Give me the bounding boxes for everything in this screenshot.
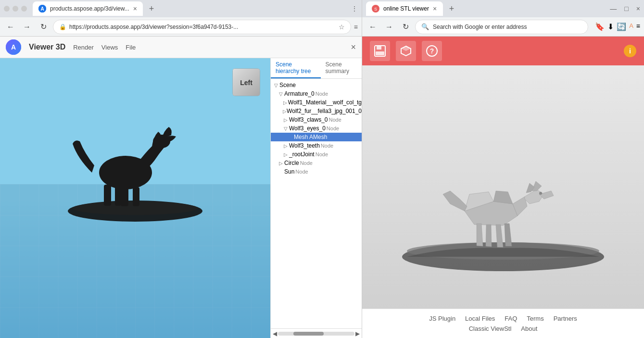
right-nav-btn-1[interactable]: 🔖 xyxy=(595,22,605,31)
right-address-bar[interactable]: 🔍 Search with Google or enter address xyxy=(415,20,588,34)
tree-label: Wolf3_claws_0 xyxy=(289,116,328,123)
stl-viewer-header: ? i xyxy=(362,37,644,65)
tree-type: Node xyxy=(300,160,313,166)
svg-text:A: A xyxy=(40,6,44,12)
right-new-tab-btn[interactable]: + xyxy=(445,2,458,15)
tree-item-circle[interactable]: ▷ Circle Node xyxy=(271,159,362,167)
save-btn[interactable] xyxy=(370,41,390,61)
address-bar[interactable]: 🔒 https://products.aspose.app/3d/viewer?… xyxy=(53,20,351,34)
nav-extra-buttons: ≡ xyxy=(354,23,358,31)
stl-3d-viewport[interactable] xyxy=(362,65,644,309)
footer-link-local-files[interactable]: Local Files xyxy=(465,315,495,322)
tree-label: Wolf2_fur__fella3_jpg_001_0 xyxy=(287,108,362,114)
tree-label: Wolf3_teeth xyxy=(289,142,320,149)
address-text: https://products.aspose.app/3d/viewer?se… xyxy=(69,24,336,30)
svg-marker-34 xyxy=(532,181,542,191)
scene-panel: Scene hierarchy tree Scene summary ▽ Sce… xyxy=(270,58,362,338)
footer-link-js-plugin[interactable]: JS Plugin xyxy=(429,315,455,322)
footer-link-classic-viewstl[interactable]: Classic ViewStl xyxy=(469,325,512,332)
stl-footer: JS Plugin Local Files FAQ Terms Partners… xyxy=(362,309,644,338)
tree-item-armature[interactable]: ▽ Armature_0 Node xyxy=(271,89,362,98)
app-title: Viewer 3D xyxy=(29,43,65,51)
tree-label: Sun xyxy=(284,168,294,175)
tree-item-sun[interactable]: Sun Node xyxy=(271,167,362,176)
tree-item-wolf2[interactable]: ▷ Wolf2_fur__fella3_jpg_001_0 xyxy=(271,107,362,115)
menu-render[interactable]: Render xyxy=(73,44,94,51)
orientation-cube[interactable]: Left xyxy=(232,68,261,97)
window-control-maximize[interactable] xyxy=(13,6,18,12)
refresh-btn[interactable]: ↻ xyxy=(37,20,50,34)
right-maximize-btn[interactable]: □ xyxy=(624,5,628,13)
right-browser-chrome: S online STL viewer × + — □ × ← → ↻ 🔍 Se… xyxy=(362,0,644,37)
tab-scene-summary[interactable]: Scene summary xyxy=(321,58,362,78)
forward-btn[interactable]: → xyxy=(20,20,34,34)
tree-item-wolf1[interactable]: ▷ Wolf1_Material__wolf_col_tg xyxy=(271,98,362,107)
back-btn[interactable]: ← xyxy=(4,20,17,34)
tree-label-selected: Mesh AMesh xyxy=(294,134,327,140)
right-minimize-btn[interactable]: — xyxy=(610,5,617,13)
info-btn[interactable]: i xyxy=(624,45,636,57)
window-control-close[interactable] xyxy=(21,6,27,12)
tree-item-wolf3-claws[interactable]: ▷ Wolf3_claws_0 Node xyxy=(271,115,362,124)
right-tab-favicon: S xyxy=(372,5,379,13)
scroll-left-btn[interactable]: ◀ xyxy=(273,330,277,337)
right-tab-title: online STL viewer xyxy=(383,5,429,12)
cube-btn[interactable] xyxy=(396,41,416,61)
footer-link-faq[interactable]: FAQ xyxy=(505,315,517,322)
svg-text:?: ? xyxy=(430,47,434,55)
footer-link-terms[interactable]: Terms xyxy=(527,315,543,322)
tab-scene-hierarchy[interactable]: Scene hierarchy tree xyxy=(271,58,321,78)
scroll-thumb[interactable] xyxy=(293,332,324,336)
tab-bar-menu[interactable]: ⋮ xyxy=(351,5,358,13)
footer-link-partners[interactable]: Partners xyxy=(554,315,577,322)
tree-type: Node xyxy=(328,117,341,123)
right-nav-btn-5[interactable]: ≡ xyxy=(636,22,640,31)
tree-item-wolf3-eyes[interactable]: ▽ Wolf3_eyes_0 Node xyxy=(271,124,362,133)
right-back-btn[interactable]: ← xyxy=(366,20,379,34)
svg-rect-10 xyxy=(133,187,139,206)
right-nav-btn-3[interactable]: 🔄 xyxy=(617,22,626,31)
right-browser-window: S online STL viewer × + — □ × ← → ↻ 🔍 Se… xyxy=(362,0,644,338)
right-nav-btn-2[interactable]: ⬇ xyxy=(607,22,614,31)
right-active-tab[interactable]: S online STL viewer × xyxy=(366,1,443,16)
right-nav-btn-4[interactable]: A xyxy=(629,22,633,31)
right-forward-btn[interactable]: → xyxy=(382,20,396,34)
right-refresh-btn[interactable]: ↻ xyxy=(399,20,412,34)
app-logo: A xyxy=(6,39,21,55)
scroll-track[interactable] xyxy=(278,332,354,336)
tree-item-rootjoint[interactable]: ▷ _rootJoint Node xyxy=(271,150,362,159)
footer-link-about[interactable]: About xyxy=(521,325,537,332)
app-toolbar: A Viewer 3D Render Views File × xyxy=(0,37,362,58)
svg-point-41 xyxy=(539,192,542,195)
right-tab-close-btn[interactable]: × xyxy=(433,5,437,13)
svg-marker-35 xyxy=(526,183,534,193)
menu-file[interactable]: File xyxy=(126,44,136,51)
active-tab[interactable]: A products.aspose.app/3d/view... × xyxy=(33,1,143,16)
tree-item-wolf3-teeth[interactable]: ▷ Wolf3_teeth Node xyxy=(271,141,362,150)
svg-text:S: S xyxy=(374,7,377,12)
help-btn[interactable]: ? xyxy=(422,41,442,61)
scene-horizontal-scrollbar[interactable]: ◀ ▶ xyxy=(271,328,362,338)
tree-item-scene[interactable]: ▽ Scene xyxy=(271,81,362,89)
tree-type: Node xyxy=(321,143,333,149)
tree-type: Node xyxy=(295,169,308,175)
svg-marker-40 xyxy=(486,225,492,247)
left-tab-bar: A products.aspose.app/3d/view... × + ⋮ xyxy=(0,0,362,17)
tree-label: Wolf1_Material__wolf_col_tg xyxy=(288,99,362,106)
tree-type: Node xyxy=(316,151,328,157)
tree-type: Node xyxy=(327,125,339,131)
new-tab-btn[interactable]: + xyxy=(145,2,158,15)
scroll-right-btn[interactable]: ▶ xyxy=(355,330,360,337)
tab-close-btn[interactable]: × xyxy=(133,5,137,13)
3d-viewport[interactable]: Left xyxy=(0,58,270,338)
app-close-btn[interactable]: × xyxy=(351,42,356,52)
tree-item-mesh-amesh[interactable]: Mesh AMesh xyxy=(271,133,362,141)
bookmark-icon[interactable]: ☆ xyxy=(339,23,345,31)
menu-views[interactable]: Views xyxy=(101,44,118,51)
tree-arrow: ▽ xyxy=(278,91,284,97)
tab-favicon: A xyxy=(38,5,46,13)
window-control-minimize[interactable] xyxy=(4,6,10,12)
right-tab-bar: S online STL viewer × + — □ × xyxy=(362,0,644,17)
right-close-btn[interactable]: × xyxy=(636,5,640,13)
extensions-btn[interactable]: ≡ xyxy=(354,23,358,31)
